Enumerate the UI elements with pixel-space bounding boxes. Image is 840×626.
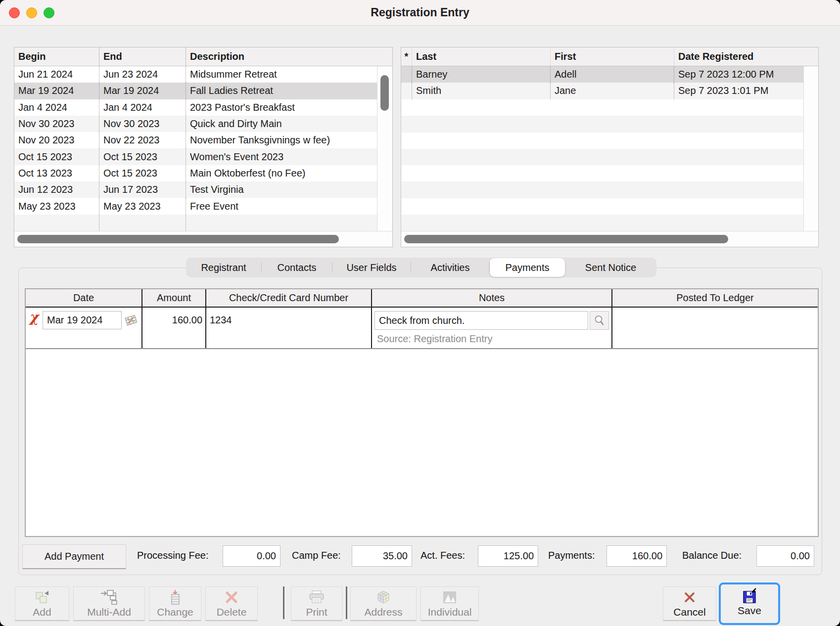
registrant-date: Sep 7 2023 1:01 PM [674,83,803,99]
event-end: Jan 4 2024 [99,99,186,116]
individual-icon [442,589,458,606]
event-desc: Women's Event 2023 [186,148,377,165]
events-hscroll-thumb[interactable] [17,235,339,243]
payments-total-field[interactable]: 160.00 [607,545,667,567]
payment-source-note: Source: Registration Entry [377,333,492,345]
event-desc: Main Oktoberfest (no Fee) [186,165,377,181]
change-button[interactable]: Change [149,586,201,621]
registrants-col-last[interactable]: Last [412,47,551,66]
tab-contacts[interactable]: Contacts [262,258,332,277]
act-fees-label: Act. Fees: [420,550,465,561]
event-row[interactable]: Jun 12 2023 Jun 17 2023 Test Virginia [14,181,377,198]
registrant-row-selected[interactable]: Barney Adell Sep 7 2023 12:00 PM [401,66,803,83]
print-button[interactable]: Print [291,586,342,621]
event-row[interactable]: Oct 15 2023 Oct 15 2023 Women's Event 20… [14,148,377,165]
event-desc: November Tanksgivnings w fee) [186,132,377,148]
act-fees-field[interactable]: 125.00 [478,545,538,567]
address-icon [375,589,391,606]
event-end: Mar 19 2024 [99,83,186,99]
event-end: Nov 22 2023 [99,132,186,148]
toolbar-separator [283,586,284,619]
event-begin: Nov 20 2023 [14,132,99,148]
registrants-horizontal-scrollbar[interactable] [401,231,818,247]
cancel-button[interactable]: Cancel [663,586,716,621]
add-button[interactable]: Add [15,586,69,621]
tab-payments[interactable]: Payments [490,258,565,277]
registrants-col-date[interactable]: Date Registered [674,47,818,66]
events-col-end[interactable]: End [99,47,186,66]
registrant-first: Adell [551,66,674,83]
delete-row-icon[interactable]: χ [29,309,38,325]
notes-search-button[interactable] [590,311,609,330]
event-desc: Quick and Dirty Main [186,116,377,132]
registrants-vertical-scrollbar[interactable] [803,66,818,231]
payment-notes-input[interactable] [374,311,588,330]
registrant-date: Sep 7 2023 12:00 PM [674,66,803,83]
event-row[interactable]: May 23 2023 May 23 2023 Free Event [14,198,377,214]
event-begin: Oct 13 2023 [14,165,99,181]
save-icon [742,587,757,604]
event-begin: Nov 30 2023 [14,116,99,132]
balance-due-field[interactable]: 0.00 [756,545,814,567]
payment-check-number[interactable]: 1234 [210,314,232,326]
payment-date-input[interactable] [43,311,122,329]
event-begin: Oct 15 2023 [14,148,99,165]
registrant-first: Jane [551,83,674,99]
event-row-selected[interactable]: Mar 19 2024 Mar 19 2024 Fall Ladies Retr… [14,83,377,99]
window-title: Registration Entry [0,6,840,19]
camp-fee-field[interactable]: 35.00 [352,545,412,567]
processing-fee-field[interactable]: 0.00 [223,545,280,567]
event-end: Oct 15 2023 [99,165,186,181]
registrant-row[interactable]: Smith Jane Sep 7 2023 1:01 PM [401,83,803,99]
registrant-last: Barney [412,66,551,83]
payments-table-header: Date Amount Check/Credit Card Number Not… [26,289,818,308]
tab-user-fields[interactable]: User Fields [332,258,411,277]
event-row[interactable]: Nov 20 2023 Nov 22 2023 November Tanksgi… [14,132,377,148]
events-table: Begin End Description Jun 21 2024 Jun 23… [14,47,393,247]
event-end: Jun 23 2024 [99,66,186,83]
individual-button[interactable]: Individual [420,586,479,621]
events-vertical-scrollbar[interactable] [377,66,392,231]
registrants-table-header: * Last First Date Registered [401,47,818,66]
registrants-hscroll-thumb[interactable] [404,235,728,243]
registrants-col-first[interactable]: First [551,47,674,66]
events-table-header: Begin End Description [14,47,392,66]
payments-col-posted: Posted To Ledger [612,289,818,307]
event-row[interactable]: Jun 21 2024 Jun 23 2024 Midsummer Retrea… [14,66,377,83]
events-col-description[interactable]: Description [186,47,392,66]
tab-activities[interactable]: Activities [411,258,489,277]
tab-registrant[interactable]: Registrant [186,258,261,277]
event-row[interactable]: Jan 4 2024 Jan 4 2024 2023 Pastor's Brea… [14,99,377,116]
events-horizontal-scrollbar[interactable] [14,231,392,247]
payment-posted-cell [612,308,818,348]
payments-col-date: Date [26,289,142,307]
toolbar-separator [346,586,347,619]
address-button[interactable]: Address [350,586,417,621]
magnifier-icon [594,314,605,327]
registrants-table: * Last First Date Registered Barney Adel… [401,47,819,247]
event-row[interactable]: Nov 30 2023 Nov 30 2023 Quick and Dirty … [14,116,377,132]
event-row-empty [14,215,377,231]
event-row[interactable]: Oct 13 2023 Oct 15 2023 Main Oktoberfest… [14,165,377,181]
tab-sent-notice[interactable]: Sent Notice [565,258,656,277]
save-button[interactable]: Save [722,585,777,622]
event-begin: May 23 2023 [14,198,99,214]
event-begin: Jun 12 2023 [14,181,99,198]
delete-button[interactable]: Delete [205,586,258,621]
add-payment-button[interactable]: Add Payment [22,544,126,569]
calendar-icon[interactable] [123,314,139,329]
events-col-begin[interactable]: Begin [14,47,99,66]
payment-amount-value[interactable]: 160.00 [172,314,202,326]
balance-due-label: Balance Due: [682,550,742,561]
registrants-col-star[interactable]: * [401,47,412,66]
payments-col-amount: Amount [142,289,206,307]
event-begin: Jan 4 2024 [14,99,99,116]
event-begin: Jun 21 2024 [14,66,99,83]
event-desc: Test Virginia [186,181,377,198]
camp-fee-label: Camp Fee: [292,550,341,561]
multi-add-button[interactable]: Multi-Add [73,586,145,621]
multi-add-icon [100,589,119,606]
events-vscroll-thumb[interactable] [380,75,389,111]
registrant-last: Smith [412,83,551,99]
tab-bar: Registrant Contacts User Fields Activiti… [186,258,656,277]
